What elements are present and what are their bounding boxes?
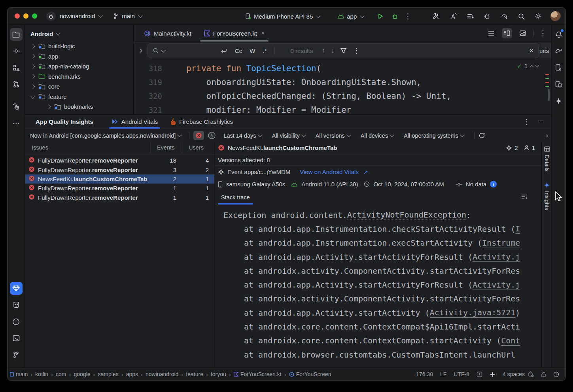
tab-firebase-crashlytics[interactable]: Firebase Crashlytics [164,115,239,129]
search-input[interactable]: Cc W .* 0 results ↑ ↓ ⋮ × [148,43,539,58]
breadcrumb-item[interactable]: ForYouScreen.kt [234,371,282,377]
tree-item-app[interactable]: app [25,51,133,62]
editor-scrollbar[interactable] [548,89,550,101]
device-manager-button[interactable] [552,61,565,74]
build-variants-icon[interactable] [465,11,475,21]
chevron-right-icon[interactable] [30,54,35,59]
project-tool-button[interactable] [10,28,23,41]
stack-frame-link[interactable]: I [515,224,520,234]
column-users[interactable]: Users [182,142,214,154]
tab-stack-trace[interactable]: Stack trace [218,190,253,205]
panel-options-icon[interactable]: ⋮ [523,118,530,125]
stack-frame-link[interactable]: Cont [501,336,520,346]
chevron-right-icon[interactable] [46,104,51,109]
indent-setting[interactable]: 4 spaces [503,371,525,377]
tree-item-feature[interactable]: feature [25,92,133,102]
settings-icon[interactable] [533,11,543,21]
soft-wrap-icon[interactable] [521,194,541,201]
device-selector[interactable]: Medium Phone API 35 [245,13,321,20]
breadcrumb-item[interactable]: feature [186,371,203,377]
breadcrumb-item[interactable]: google [74,371,91,377]
gemini-sparkle-button[interactable] [552,95,565,107]
view-on-android-vitals-link[interactable]: View on Android Vitals [300,169,359,175]
search-filter-icon[interactable] [340,48,346,53]
hide-panel-icon[interactable]: — [538,117,543,123]
code-editor[interactable]: 318private fun TopicSelection(319 onboar… [134,60,552,114]
close-tab-icon[interactable]: × [261,30,265,37]
commit-tool-button[interactable] [10,45,23,57]
build-icon[interactable] [431,11,441,21]
split-editor-icon[interactable] [502,28,512,38]
filter-all-devices[interactable]: All devices [361,133,394,139]
inspections-widget[interactable]: ✓ 1 [517,63,539,69]
anr-filter-button[interactable] [206,131,217,140]
issue-row[interactable]: FullyDrawnReporter.removeReporter11 [25,184,214,193]
column-events[interactable]: Events [150,142,182,154]
gradle-sync-icon[interactable] [499,11,509,21]
regex-toggle[interactable]: .* [263,47,267,54]
editor-options-icon[interactable]: ⋮ [539,30,547,37]
tab-mainactivity[interactable]: MainActivity.kt [138,25,198,42]
column-issues[interactable]: Issues [25,142,150,154]
line-ending[interactable]: LF [440,371,446,377]
tab-insights[interactable]: Insights [544,182,550,210]
avatar[interactable] [550,11,561,21]
notifications-button[interactable] [552,28,565,41]
preview-image-icon[interactable] [518,28,528,38]
match-case-toggle[interactable]: Cc [235,47,242,54]
tree-item-build-logic[interactable]: build-logic [25,41,133,51]
issue-row[interactable]: FullyDrawnReporter.removeReporter11 [25,193,214,202]
breadcrumb-item[interactable]: apps [126,371,138,377]
project-selector[interactable]: nowinandroid [60,13,103,19]
previous-occurrence-icon[interactable]: ↑ [321,47,325,54]
stack-frame-link[interactable]: Instrume [482,238,520,248]
tab-details[interactable]: Details [544,146,550,172]
window-minimize-button[interactable] [23,13,28,19]
issue-row[interactable]: FullyDrawnReporter.removeReporter184 [25,156,214,165]
newline-icon[interactable] [220,48,227,53]
vcs-branch-selector[interactable]: main [113,13,143,19]
breadcrumb-item[interactable]: ForYouScreen [289,371,331,377]
filter-all-visibility[interactable]: All visibility [272,133,306,139]
next-occurrence-icon[interactable]: ↓ [331,47,334,54]
problems-tool-button[interactable] [10,315,23,328]
stack-frame-link[interactable]: Activity.j [473,252,520,262]
filter-all-operating-systems[interactable]: All operating systems [404,133,465,139]
profiler-icon[interactable] [482,11,492,21]
pull-requests-tool-button[interactable] [10,78,23,91]
run-button[interactable] [376,11,385,21]
tree-item-benchmarks[interactable]: benchmarks [25,72,133,82]
app-quality-insights-tool-button[interactable] [10,282,23,295]
debug-button[interactable] [390,11,399,21]
run-configuration-selector[interactable]: app [337,13,365,20]
status-problems-icon[interactable] [553,371,559,377]
breadcrumb-item[interactable]: nowinandroid [146,371,178,377]
tree-item-bookmarks[interactable]: bookmarks [25,102,133,112]
tab-android-vitals[interactable]: Android Vitals [105,115,164,129]
ai-actions-icon[interactable] [448,11,458,21]
previous-problem-icon[interactable] [530,65,534,69]
app-id-selector[interactable]: Now in Android [com.google.samples.apps.… [30,133,182,139]
stack-frame-link[interactable]: Activity.j [473,280,520,290]
editor-list-icon[interactable] [486,28,496,38]
file-encoding[interactable]: UTF-8 [454,371,469,377]
filter-all-versions[interactable]: All versions [316,133,351,139]
version-control-tool-button[interactable] [10,348,23,361]
breadcrumb-item[interactable]: kotlin [35,371,48,377]
chevron-right-icon[interactable] [30,44,35,48]
chevron-right-icon[interactable] [30,74,35,79]
expand-search-icon[interactable] [139,47,143,55]
close-search-icon[interactable]: × [529,47,533,55]
issue-row[interactable]: NewsFeedKt.launchCustomChromeTab21 [25,174,214,184]
next-problem-icon[interactable] [535,64,539,68]
ai-sparkle-icon[interactable] [490,371,495,377]
caret-position[interactable]: 176:30 [416,371,433,377]
window-zoom-button[interactable] [32,13,37,19]
search-more-options-icon[interactable]: ⋮ [353,47,360,54]
breadcrumb-item[interactable]: foryou [211,371,226,377]
structure-tool-button[interactable] [10,61,23,74]
stack-trace[interactable]: Exception android.content.ActivityNotFou… [214,205,541,362]
words-toggle[interactable]: W [250,47,255,54]
running-devices-button[interactable] [552,78,565,91]
filter-last-14-days[interactable]: Last 14 days [223,133,262,139]
